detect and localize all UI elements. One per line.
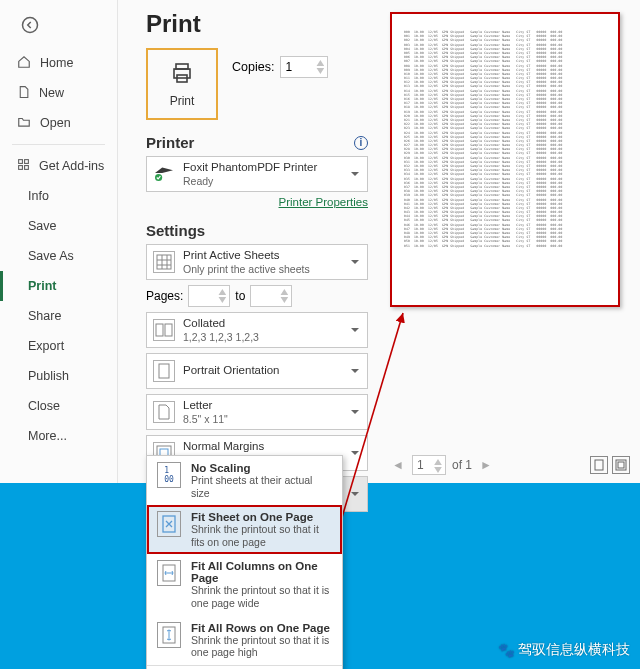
collate-icon xyxy=(153,319,175,341)
show-margins-button[interactable] xyxy=(612,456,630,474)
zoom-to-page-button[interactable] xyxy=(590,456,608,474)
print-button[interactable]: Print xyxy=(146,48,218,120)
nav-open[interactable]: Open xyxy=(0,108,117,138)
preview-pager: ◄ 1 of 1 ► xyxy=(390,449,630,483)
page-icon xyxy=(153,401,175,423)
nav-info[interactable]: Info xyxy=(0,181,117,211)
custom-scaling-link[interactable]: Custom Scaling Options... xyxy=(147,665,342,669)
page-total-label: of 1 xyxy=(452,458,472,472)
back-button[interactable] xyxy=(15,10,45,40)
page-title: Print xyxy=(146,10,368,38)
home-icon xyxy=(17,55,31,72)
watermark: 🐾 驾驭信息纵横科技 xyxy=(498,641,630,659)
printer-selector[interactable]: Foxit PhantomPDF PrinterReady xyxy=(146,156,368,192)
scaling-option-fit-cols[interactable]: Fit All Columns on One PageShrink the pr… xyxy=(147,554,342,615)
printer-properties-link[interactable]: Printer Properties xyxy=(146,196,368,208)
scaling-option-none[interactable]: 100 No ScalingPrint sheets at their actu… xyxy=(147,456,342,505)
print-settings-panel: Print Print Copies: 1 Printer i Foxit Ph… xyxy=(118,0,378,483)
scaling-option-fit-sheet[interactable]: Fit Sheet on One PageShrink the printout… xyxy=(147,505,342,554)
nav-more[interactable]: More... xyxy=(0,421,117,451)
nav-label: Open xyxy=(40,116,71,130)
backstage-sidebar: Home New Open Get Add-ins Info Save Save… xyxy=(0,0,118,483)
fit-columns-icon xyxy=(157,560,181,586)
no-scaling-icon: 100 xyxy=(157,462,181,488)
copies-input[interactable]: 1 xyxy=(280,56,328,78)
svg-rect-12 xyxy=(159,364,169,378)
printer-ready-icon xyxy=(153,164,175,184)
svg-rect-1 xyxy=(19,160,23,164)
sheets-icon xyxy=(153,251,175,273)
pages-to-input[interactable] xyxy=(250,285,292,307)
pages-label: Pages: xyxy=(146,289,183,303)
print-button-label: Print xyxy=(170,94,195,108)
nav-saveas[interactable]: Save As xyxy=(0,241,117,271)
svg-rect-2 xyxy=(25,160,29,164)
svg-rect-16 xyxy=(595,460,603,470)
copies-label: Copies: xyxy=(232,60,274,74)
nav-save[interactable]: Save xyxy=(0,211,117,241)
folder-icon xyxy=(17,115,31,132)
info-icon[interactable]: i xyxy=(354,136,368,150)
svg-rect-11 xyxy=(165,324,172,336)
next-page-button[interactable]: ► xyxy=(478,457,494,473)
paw-icon: 🐾 xyxy=(498,642,514,658)
file-icon xyxy=(17,85,30,102)
svg-point-0 xyxy=(23,18,38,33)
orientation-selector[interactable]: Portrait Orientation xyxy=(146,353,368,389)
svg-rect-3 xyxy=(19,166,23,170)
fit-sheet-icon xyxy=(157,511,181,537)
nav-label: Get Add-ins xyxy=(39,159,104,173)
printer-heading: Printer xyxy=(146,134,194,151)
nav-share[interactable]: Share xyxy=(0,301,117,331)
portrait-icon xyxy=(153,360,175,382)
nav-label: New xyxy=(39,86,64,100)
settings-heading: Settings xyxy=(146,222,205,239)
prev-page-button[interactable]: ◄ xyxy=(390,457,406,473)
nav-new[interactable]: New xyxy=(0,78,117,108)
svg-rect-9 xyxy=(157,255,171,269)
svg-rect-4 xyxy=(25,166,29,170)
print-what-selector[interactable]: Print Active SheetsOnly print the active… xyxy=(146,244,368,280)
preview-page: // generate tiny rows to simulate data s… xyxy=(390,12,620,307)
svg-rect-18 xyxy=(618,462,624,468)
svg-rect-10 xyxy=(156,324,163,336)
print-preview-panel: // generate tiny rows to simulate data s… xyxy=(378,0,640,483)
nav-addins[interactable]: Get Add-ins xyxy=(0,151,117,181)
scaling-option-fit-rows[interactable]: Fit All Rows on One PageShrink the print… xyxy=(147,616,342,665)
nav-label: Home xyxy=(40,56,73,70)
fit-rows-icon xyxy=(157,622,181,648)
pages-to-label: to xyxy=(235,289,245,303)
paper-size-selector[interactable]: Letter8.5" x 11" xyxy=(146,394,368,430)
nav-export[interactable]: Export xyxy=(0,331,117,361)
grid-icon xyxy=(17,158,30,174)
nav-publish[interactable]: Publish xyxy=(0,361,117,391)
collation-selector[interactable]: Collated1,2,3 1,2,3 1,2,3 xyxy=(146,312,368,348)
pages-from-input[interactable] xyxy=(188,285,230,307)
scaling-dropdown: 100 No ScalingPrint sheets at their actu… xyxy=(146,455,343,669)
printer-icon xyxy=(168,61,196,88)
nav-close[interactable]: Close xyxy=(0,391,117,421)
nav-print[interactable]: Print xyxy=(0,271,117,301)
page-number-input[interactable]: 1 xyxy=(412,455,446,475)
nav-home[interactable]: Home xyxy=(0,48,117,78)
